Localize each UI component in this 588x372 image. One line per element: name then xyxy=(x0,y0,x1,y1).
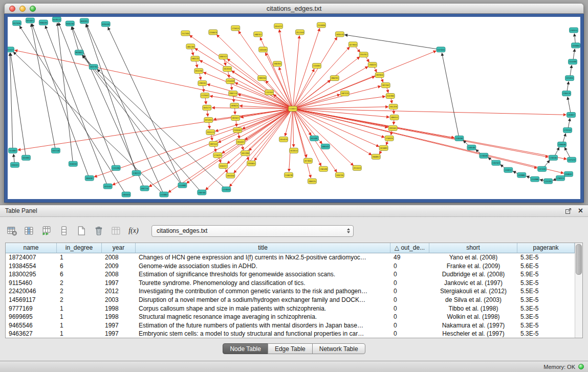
network-edge[interactable] xyxy=(574,34,575,43)
network-node[interactable]: 20893356 xyxy=(258,76,267,81)
network-edge[interactable] xyxy=(82,55,200,191)
network-node[interactable]: 17589234 xyxy=(385,136,394,141)
network-node[interactable]: 13586367 xyxy=(564,171,573,177)
network-edge[interactable] xyxy=(573,49,575,60)
network-node[interactable]: 12929741 xyxy=(570,28,578,33)
network-node[interactable]: 20112458 xyxy=(295,30,304,35)
network-edge[interactable] xyxy=(568,97,571,113)
import-table-button[interactable] xyxy=(40,224,53,237)
network-node[interactable]: 20778341 xyxy=(303,158,312,163)
network-canvas[interactable]: 1724047125123404188123041960123220154782… xyxy=(8,17,580,199)
network-edge[interactable] xyxy=(294,47,350,107)
network-edge[interactable] xyxy=(394,119,394,124)
table-row[interactable]: 977716911998Corpus callosum shape and si… xyxy=(6,304,575,313)
table-row[interactable]: 1938455462009Genome-wide association stu… xyxy=(6,262,575,271)
network-node[interactable]: 18890152 xyxy=(390,115,399,120)
network-node[interactable]: 17665408 xyxy=(319,166,328,171)
network-edge[interactable] xyxy=(57,23,73,162)
column-header-pagerank[interactable]: pagerank xyxy=(517,243,575,253)
network-node[interactable]: 9478113 xyxy=(52,17,61,22)
network-node[interactable]: 9581246 xyxy=(66,21,74,26)
network-edge[interactable] xyxy=(168,110,291,192)
function-builder-button[interactable]: f(x) xyxy=(127,224,140,237)
network-edge[interactable] xyxy=(203,85,204,92)
network-node[interactable]: 19601232 xyxy=(191,56,200,61)
network-node[interactable]: 10694387 xyxy=(85,176,94,181)
table-row[interactable]: 1456911722003Disruption of a novel membe… xyxy=(6,296,575,304)
network-node[interactable]: 21340067 xyxy=(312,63,321,69)
network-node[interactable]: 19220146 xyxy=(223,67,232,72)
network-edge[interactable] xyxy=(555,147,559,156)
network-node[interactable]: 12585364 xyxy=(549,155,558,160)
tab-node-table[interactable]: Node Table xyxy=(223,343,268,354)
network-node[interactable]: 10816626 xyxy=(122,192,130,197)
network-node[interactable]: 21466708 xyxy=(285,172,293,178)
network-edge[interactable] xyxy=(295,109,566,115)
network-node[interactable]: 20943358 xyxy=(226,173,235,178)
network-node[interactable]: 10148887 xyxy=(8,148,17,153)
delete-column-button[interactable] xyxy=(92,224,105,237)
network-node[interactable]: 12707502 xyxy=(563,127,572,133)
network-edge[interactable] xyxy=(294,37,337,107)
network-node[interactable]: 19412076 xyxy=(389,104,398,110)
network-node[interactable]: 17554328 xyxy=(226,79,235,84)
network-node[interactable]: 18335092 xyxy=(259,47,268,52)
new-column-button[interactable] xyxy=(75,224,88,237)
network-node[interactable]: 12696488 xyxy=(558,142,567,147)
network-edge[interactable] xyxy=(187,110,291,183)
network-edge[interactable] xyxy=(293,36,299,107)
network-node[interactable]: 17660235 xyxy=(368,62,377,68)
network-node[interactable]: 21004587 xyxy=(233,127,242,133)
network-node[interactable]: 20035641 xyxy=(388,125,397,130)
network-edge[interactable] xyxy=(108,27,181,183)
network-node[interactable]: 19154087 xyxy=(310,136,318,141)
network-edge[interactable] xyxy=(83,55,92,65)
network-node[interactable]: 17764201 xyxy=(213,152,222,158)
network-node[interactable]: 19342217 xyxy=(219,163,228,168)
column-header-short[interactable]: short xyxy=(429,243,517,253)
column-header-out-degree[interactable]: △ out_de... xyxy=(390,243,429,253)
float-panel-button[interactable] xyxy=(565,207,572,214)
network-node[interactable]: 19230154 xyxy=(290,148,298,153)
network-node[interactable]: 12818627 xyxy=(567,112,576,117)
network-node[interactable]: 11251006 xyxy=(112,165,120,170)
row-tools-button[interactable] xyxy=(57,224,71,237)
network-node[interactable]: 18554076 xyxy=(279,137,288,142)
close-panel-button[interactable]: × xyxy=(578,207,583,215)
network-edge[interactable] xyxy=(293,111,311,178)
network-node[interactable]: 21107893 xyxy=(386,94,395,99)
network-node[interactable]: 13030866 xyxy=(572,43,580,48)
network-edge[interactable] xyxy=(564,147,570,158)
column-header-in-degree[interactable]: in_degree xyxy=(57,243,102,253)
network-node[interactable]: 11817623 xyxy=(492,160,500,165)
network-edge[interactable] xyxy=(242,144,243,150)
network-node[interactable]: 21558406 xyxy=(317,23,325,28)
network-edge[interactable] xyxy=(200,60,290,108)
network-node[interactable]: 10705501 xyxy=(103,184,112,189)
network-node[interactable]: 19556321 xyxy=(236,139,245,144)
network-node[interactable]: 19887012 xyxy=(254,32,263,37)
network-node[interactable]: 20887119 xyxy=(229,91,237,96)
table-row[interactable]: 1830029562008Estimation of significance … xyxy=(6,270,575,279)
network-node[interactable]: 11362121 xyxy=(132,170,141,176)
tab-edge-table[interactable]: Edge Table xyxy=(268,343,313,354)
network-node[interactable]: 10927744 xyxy=(140,186,149,191)
network-node[interactable]: 18223567 xyxy=(381,83,390,88)
network-node[interactable]: 18112099 xyxy=(241,150,250,156)
network-node[interactable]: 19034578 xyxy=(335,32,344,37)
network-node[interactable]: 18554237 xyxy=(274,24,283,29)
network-node[interactable]: 19246803 xyxy=(379,145,388,150)
minimize-window-button[interactable] xyxy=(19,6,26,12)
network-node[interactable]: 19667841 xyxy=(273,61,282,67)
network-edge[interactable] xyxy=(18,109,290,150)
network-edge[interactable] xyxy=(10,53,13,148)
network-edge[interactable] xyxy=(236,120,237,126)
network-node[interactable]: 20457812 xyxy=(359,52,368,57)
network-node[interactable]: 9704458 xyxy=(101,21,110,27)
network-edge[interactable] xyxy=(295,51,437,108)
table-row[interactable]: 2242004622012Investigating the contribut… xyxy=(6,287,575,296)
network-node[interactable]: 12474240 xyxy=(538,166,547,171)
network-node[interactable]: 11584360 xyxy=(455,136,464,141)
network-edge[interactable] xyxy=(32,24,89,177)
network-edge[interactable] xyxy=(295,109,563,173)
